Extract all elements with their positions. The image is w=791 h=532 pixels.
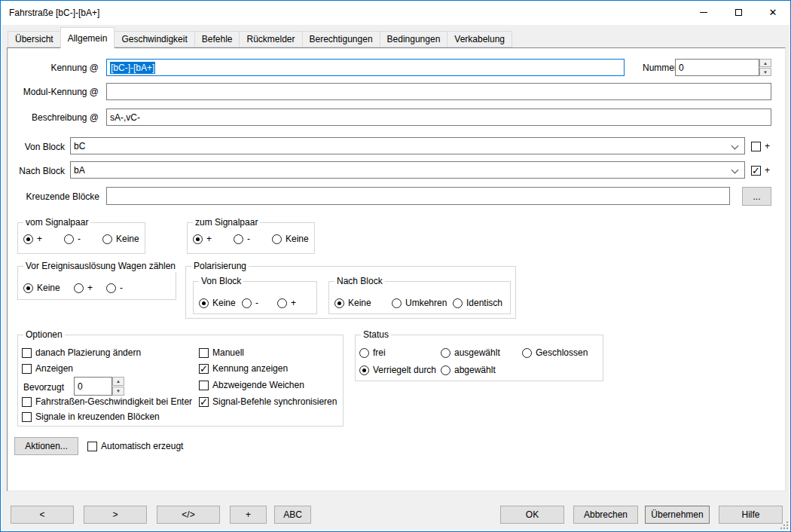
radio-label: ausgewählt: [454, 347, 500, 358]
von-block-combo[interactable]: bC: [70, 137, 745, 154]
radio-label: Keine: [286, 234, 309, 244]
kennung-input[interactable]: [bC-]-[bA+]: [106, 59, 625, 76]
radio-label: +: [87, 283, 93, 293]
add-button[interactable]: +: [230, 506, 267, 524]
close-icon: ✕: [769, 8, 777, 17]
tab-label: Geschwindigkeit: [121, 34, 187, 44]
radio-zum-signalpaar-keine[interactable]: Keine: [272, 234, 309, 244]
tab-label: Berechtigungen: [310, 34, 373, 44]
minimize-button[interactable]: [686, 1, 721, 24]
radio-icon: [242, 298, 252, 308]
tab-allgemein[interactable]: Allgemein: [60, 27, 115, 48]
optionen-title: Optionen: [23, 329, 65, 341]
minimize-icon: [700, 12, 707, 13]
checkbox-icon: [22, 412, 32, 422]
abc-button[interactable]: ABC: [274, 506, 311, 524]
radio-label: -: [120, 283, 123, 293]
tab-befehle[interactable]: Befehle: [194, 31, 240, 47]
radio-label: Keine: [37, 283, 60, 293]
beschreibung-input[interactable]: sA-,vC-: [106, 109, 771, 126]
checkbox-danach-plazierung[interactable]: danach Plazierung ändern: [22, 347, 141, 358]
radio-pol-von-plus[interactable]: +: [277, 298, 296, 308]
checkbox-icon: [751, 166, 761, 176]
radio-vom-signalpaar-plus[interactable]: +: [23, 234, 42, 244]
radio-pol-von-keine[interactable]: Keine: [199, 298, 236, 308]
maximize-button[interactable]: [721, 1, 756, 24]
radio-wagen-minus[interactable]: -: [106, 283, 123, 293]
dialog-window: Fahrstraße [bC-]-[bA+] ✕ Übersicht Allge…: [0, 0, 791, 532]
nummer-spinner: ▲ ▼: [759, 59, 771, 76]
radio-pol-nach-identisch[interactable]: Identisch: [453, 298, 502, 308]
browse-button[interactable]: ...: [742, 187, 771, 206]
radio-label: Identisch: [466, 298, 502, 308]
polarisierung-title: Polarisierung: [191, 261, 249, 272]
radio-icon: [522, 348, 532, 358]
beschreibung-value: sA-,vC-: [110, 112, 140, 123]
spin-up-button[interactable]: ▲: [759, 59, 771, 67]
spin-down-icon: ▼: [763, 70, 768, 75]
nummer-label: Nummer: [643, 62, 677, 74]
tab-uebersicht[interactable]: Übersicht: [8, 31, 61, 47]
apply-button[interactable]: Übernehmen: [645, 506, 710, 524]
radio-vom-signalpaar-minus[interactable]: -: [64, 234, 81, 244]
tab-geschwindigkeit[interactable]: Geschwindigkeit: [114, 31, 194, 47]
radio-label: Geschlossen: [536, 347, 588, 358]
radio-vom-signalpaar-keine[interactable]: Keine: [102, 234, 139, 244]
radio-pol-nach-umkehren[interactable]: Umkehren: [392, 298, 447, 308]
spin-down-button[interactable]: ▼: [112, 387, 124, 396]
ok-button[interactable]: OK: [500, 506, 564, 524]
checkbox-manuell[interactable]: Manuell: [199, 347, 244, 358]
bevorzugt-input[interactable]: 0: [74, 377, 112, 396]
polarisierung-nach-block-title: Nach Block: [334, 276, 385, 287]
checkbox-kennung-anzeigen[interactable]: Kennung anzeigen: [199, 363, 288, 374]
cancel-button[interactable]: Abbrechen: [573, 506, 638, 524]
spin-up-icon: ▲: [116, 379, 121, 384]
close-button[interactable]: ✕: [756, 1, 790, 24]
spin-down-button[interactable]: ▼: [759, 68, 771, 76]
radio-icon: [359, 348, 369, 358]
kennung-label: Kennung @: [8, 62, 99, 74]
plus-label: +: [765, 165, 770, 176]
nav-prev-button[interactable]: <: [11, 506, 74, 524]
nav-next-button[interactable]: >: [84, 506, 147, 524]
nach-block-value: bA: [74, 165, 85, 176]
von-block-plus-checkbox[interactable]: +: [751, 141, 770, 151]
checkbox-automatisch-erzeugt[interactable]: Automatisch erzeugt: [87, 441, 183, 451]
radio-status-ausgewaehlt[interactable]: ausgewählt: [441, 347, 500, 358]
radio-zum-signalpaar-minus[interactable]: -: [234, 234, 250, 244]
checkbox-signale-kreuzende[interactable]: Signale in kreuzenden Blöcken: [22, 411, 160, 422]
resize-grip-icon[interactable]: [780, 521, 788, 529]
radio-wagen-plus[interactable]: +: [74, 283, 93, 293]
radio-icon: [453, 298, 463, 308]
nach-block-combo[interactable]: bA: [70, 161, 745, 179]
checkbox-anzeigen[interactable]: Anzeigen: [22, 363, 73, 374]
modul-kennung-input[interactable]: [106, 83, 771, 100]
tab-rueckmelder[interactable]: Rückmelder: [239, 31, 302, 47]
tab-bedingungen[interactable]: Bedingungen: [380, 31, 448, 47]
checkbox-fahrstrassen-geschwindigkeit[interactable]: Fahrstraßen-Geschwindigkeit bei Enter: [22, 396, 192, 407]
radio-pol-von-minus[interactable]: -: [242, 298, 258, 308]
help-button[interactable]: Hilfe: [719, 506, 783, 524]
radio-wagen-keine[interactable]: Keine: [23, 283, 60, 293]
aktionen-button[interactable]: Aktionen...: [14, 437, 78, 455]
radio-status-geschlossen[interactable]: Geschlossen: [522, 347, 588, 358]
nummer-input[interactable]: 0: [675, 59, 759, 76]
kreuzende-bloecke-input[interactable]: [106, 187, 730, 205]
radio-zum-signalpaar-plus[interactable]: +: [193, 234, 212, 244]
radio-status-frei[interactable]: frei: [359, 347, 386, 358]
beschreibung-label: Beschreibung @: [8, 112, 99, 124]
spin-up-button[interactable]: ▲: [112, 377, 124, 386]
nach-block-plus-checkbox[interactable]: +: [751, 165, 770, 176]
tab-verkabelung[interactable]: Verkabelung: [447, 31, 512, 47]
tab-berechtigungen[interactable]: Berechtigungen: [302, 31, 380, 47]
code-button[interactable]: </>: [157, 506, 220, 524]
checkbox-abzweigende-weichen[interactable]: Abzweigende Weichen: [199, 380, 304, 390]
checkbox-signal-befehle-sync[interactable]: Signal-Befehle synchronisieren: [199, 396, 337, 407]
checkbox-icon: [22, 348, 32, 358]
radio-pol-nach-keine[interactable]: Keine: [334, 298, 371, 308]
radio-status-abgewaehlt[interactable]: abgewählt: [441, 365, 496, 375]
radio-status-verriegelt[interactable]: Verriegelt durch: [359, 365, 436, 375]
abc-button-label: ABC: [283, 509, 302, 520]
radio-label: +: [291, 298, 296, 308]
radio-icon: [441, 365, 450, 375]
